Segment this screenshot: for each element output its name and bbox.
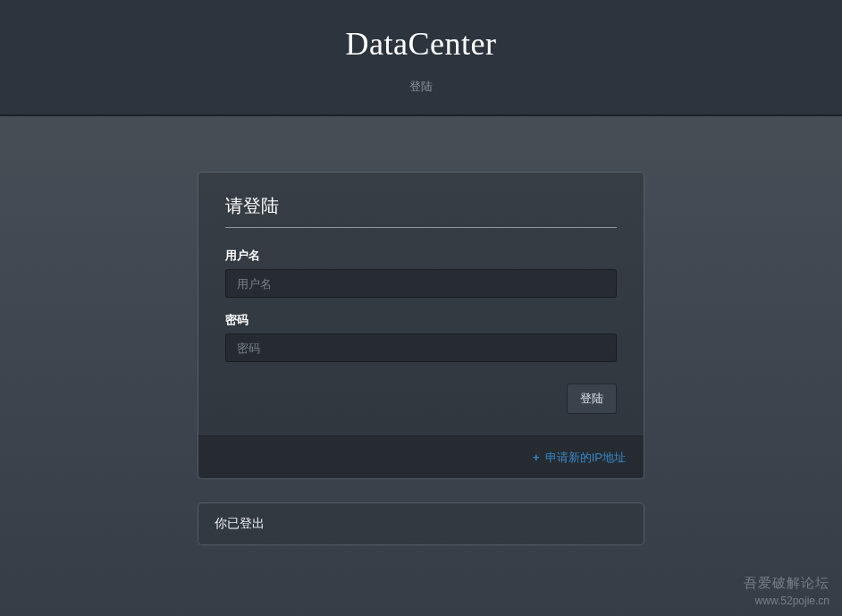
password-group: 密码 — [225, 312, 617, 362]
watermark: 吾爱破解论坛 www.52pojie.cn — [744, 573, 829, 610]
status-message: 你已登出 — [198, 502, 644, 545]
username-label: 用户名 — [225, 248, 617, 264]
page-header: DataCenter 登陆 — [0, 0, 842, 116]
username-group: 用户名 — [225, 248, 617, 298]
login-button[interactable]: 登陆 — [567, 384, 617, 414]
app-title: DataCenter — [0, 25, 842, 63]
login-panel: 请登陆 用户名 密码 登陆 + 申请新的IP地址 — [198, 172, 644, 479]
watermark-line2: www.52pojie.cn — [744, 593, 829, 609]
button-row: 登陆 — [225, 384, 617, 414]
header-subtitle: 登陆 — [0, 79, 842, 95]
password-input[interactable] — [225, 333, 617, 362]
username-input[interactable] — [225, 269, 617, 298]
plus-icon: + — [533, 451, 540, 463]
panel-footer: + 申请新的IP地址 — [198, 435, 644, 478]
panel-body: 请登陆 用户名 密码 登陆 — [198, 173, 644, 435]
main-content: 请登陆 用户名 密码 登陆 + 申请新的IP地址 你已登出 — [0, 116, 842, 545]
request-ip-text: 申请新的IP地址 — [545, 450, 626, 466]
watermark-line1: 吾爱破解论坛 — [744, 573, 829, 594]
panel-title: 请登陆 — [225, 194, 617, 228]
password-label: 密码 — [225, 312, 617, 328]
request-ip-link[interactable]: + 申请新的IP地址 — [533, 450, 626, 466]
